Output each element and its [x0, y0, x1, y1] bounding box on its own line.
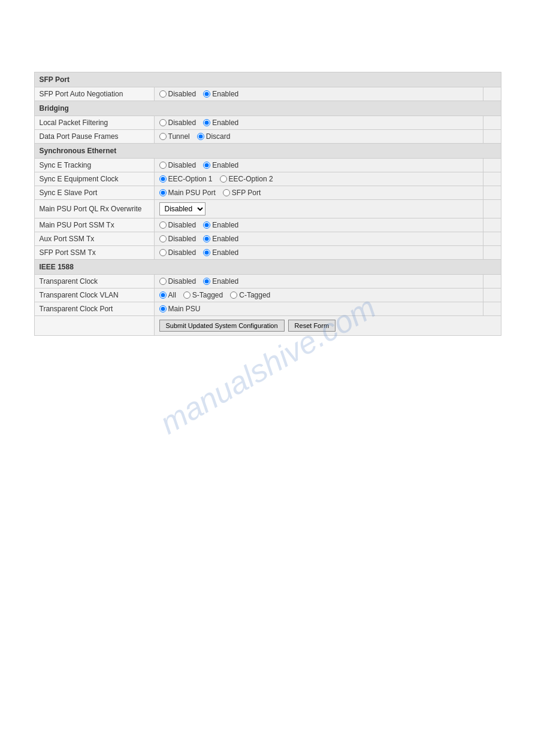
action-col: [483, 200, 501, 218]
radio-input[interactable]: [159, 189, 167, 196]
radio-label: Disabled: [168, 161, 197, 169]
radio-item: Disabled: [159, 90, 197, 98]
radio-label: Disabled: [168, 277, 197, 286]
radio-label: Disabled: [168, 248, 197, 257]
radio-label: Main PSU Port: [168, 189, 216, 197]
radio-group: Main PSU: [159, 305, 478, 313]
action-col: [483, 246, 501, 260]
radio-label: S-Tagged: [192, 291, 223, 299]
radio-group: DisabledEnabled: [159, 90, 478, 98]
table-row: SFP Port Auto NegotiationDisabledEnabled: [34, 87, 501, 101]
table-row: SFP Port SSM TxDisabledEnabled: [34, 246, 501, 260]
config-table: SFP PortSFP Port Auto NegotiationDisable…: [34, 72, 501, 336]
action-col: [483, 116, 501, 130]
section-header: SFP Port: [34, 72, 501, 87]
radio-item: Enabled: [203, 119, 238, 127]
radio-label: Enabled: [212, 90, 238, 98]
radio-input[interactable]: [183, 292, 191, 299]
reset-button[interactable]: Reset Form: [288, 320, 335, 332]
radio-item: Enabled: [203, 90, 238, 98]
radio-group: DisabledEnabled: [159, 277, 478, 286]
action-col: [483, 218, 501, 232]
row-value[interactable]: TunnelDiscard: [154, 130, 483, 144]
row-label: Aux Port SSM Tx: [34, 232, 154, 246]
row-value[interactable]: Main PSU PortSFP Port: [154, 186, 483, 200]
radio-input[interactable]: [159, 292, 167, 299]
radio-label: Main PSU: [168, 305, 201, 313]
button-row: Submit Updated System ConfigurationReset…: [34, 316, 501, 336]
row-value[interactable]: Disabled: [154, 200, 483, 218]
row-label: Transparent Clock: [34, 275, 154, 289]
action-col: [483, 87, 501, 101]
row-value[interactable]: DisabledEnabled: [154, 87, 483, 101]
radio-input[interactable]: [159, 235, 167, 242]
radio-item: SFP Port: [223, 189, 261, 197]
radio-item: Tunnel: [159, 132, 190, 141]
row-value[interactable]: DisabledEnabled: [154, 159, 483, 172]
radio-input[interactable]: [197, 133, 204, 140]
select-dropdown[interactable]: Disabled: [159, 202, 205, 215]
submit-button[interactable]: Submit Updated System Configuration: [159, 320, 285, 332]
row-value[interactable]: AllS-TaggedC-Tagged: [154, 289, 483, 302]
section-header: IEEE 1588: [34, 260, 501, 275]
radio-label: Disabled: [168, 119, 197, 127]
radio-item: Enabled: [203, 248, 238, 257]
radio-label: EEC-Option 2: [229, 175, 273, 183]
row-value[interactable]: Main PSU: [154, 302, 483, 316]
radio-input[interactable]: [203, 119, 210, 126]
row-value[interactable]: DisabledEnabled: [154, 116, 483, 130]
row-label: Transparent Clock VLAN: [34, 289, 154, 302]
table-row: Local Packet FilteringDisabledEnabled: [34, 116, 501, 130]
table-row: Aux Port SSM TxDisabledEnabled: [34, 232, 501, 246]
radio-input[interactable]: [159, 278, 167, 285]
radio-label: C-Tagged: [239, 291, 270, 299]
radio-input[interactable]: [203, 162, 210, 169]
radio-label: Disabled: [168, 90, 197, 98]
row-label: Transparent Clock Port: [34, 302, 154, 316]
row-value[interactable]: DisabledEnabled: [154, 246, 483, 260]
row-value[interactable]: DisabledEnabled: [154, 218, 483, 232]
row-label: Sync E Slave Port: [34, 186, 154, 200]
action-col: [483, 275, 501, 289]
radio-item: C-Tagged: [230, 291, 270, 299]
row-value[interactable]: EEC-Option 1EEC-Option 2: [154, 172, 483, 186]
radio-label: Enabled: [212, 235, 238, 243]
radio-input[interactable]: [159, 162, 167, 169]
table-row: Transparent Clock VLANAllS-TaggedC-Tagge…: [34, 289, 501, 302]
radio-input[interactable]: [223, 189, 230, 196]
radio-label: Disabled: [168, 235, 197, 243]
action-col: [483, 186, 501, 200]
radio-label: SFP Port: [232, 189, 261, 197]
row-label: Data Port Pause Frames: [34, 130, 154, 144]
radio-input[interactable]: [159, 249, 167, 256]
radio-input[interactable]: [159, 133, 167, 140]
radio-item: Disabled: [159, 161, 197, 169]
radio-input[interactable]: [159, 90, 167, 98]
radio-label: Enabled: [212, 277, 238, 286]
radio-input[interactable]: [203, 249, 210, 256]
radio-input[interactable]: [159, 119, 167, 126]
row-label: Local Packet Filtering: [34, 116, 154, 130]
row-value[interactable]: DisabledEnabled: [154, 275, 483, 289]
radio-input[interactable]: [230, 292, 237, 299]
radio-item: Disabled: [159, 248, 197, 257]
radio-input[interactable]: [203, 221, 210, 229]
table-row: Main PSU Port SSM TxDisabledEnabled: [34, 218, 501, 232]
radio-input[interactable]: [159, 221, 167, 229]
button-row-empty: [34, 316, 154, 336]
radio-input[interactable]: [203, 278, 210, 285]
action-col: [483, 172, 501, 186]
radio-input[interactable]: [203, 90, 210, 98]
radio-input[interactable]: [220, 175, 227, 183]
row-value[interactable]: DisabledEnabled: [154, 232, 483, 246]
table-row: Sync E Equipment ClockEEC-Option 1EEC-Op…: [34, 172, 501, 186]
radio-group: DisabledEnabled: [159, 221, 478, 229]
radio-input[interactable]: [159, 175, 167, 183]
radio-input[interactable]: [203, 235, 210, 242]
action-col: [483, 302, 501, 316]
row-label: SFP Port Auto Negotiation: [34, 87, 154, 101]
radio-input[interactable]: [159, 305, 167, 312]
radio-group: DisabledEnabled: [159, 235, 478, 243]
radio-group: Main PSU PortSFP Port: [159, 189, 478, 197]
row-label: SFP Port SSM Tx: [34, 246, 154, 260]
